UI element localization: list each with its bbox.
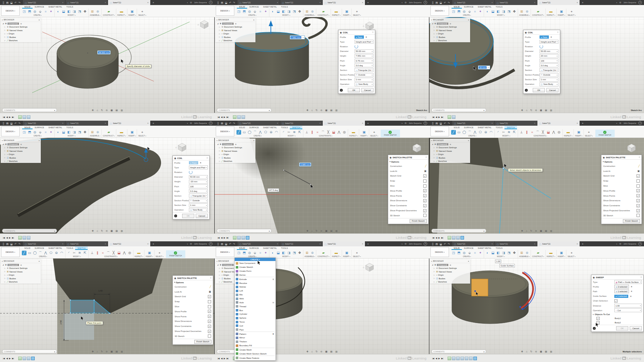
document-tab[interactable]: ▢ base*(1) × — [495, 121, 537, 126]
expand-arrow-icon[interactable]: ▷ — [219, 150, 221, 152]
document-tab[interactable]: ▢ base*(1) × — [323, 121, 365, 126]
toolbar-group-label[interactable]: INSPECT ▾ — [547, 14, 555, 17]
grid_display-icon[interactable]: ▤ — [116, 230, 118, 232]
look-at-icon[interactable]: ▣ — [637, 170, 640, 173]
tool-icon[interactable]: ◯ — [33, 251, 37, 255]
file-menu-icon[interactable]: ▤ — [435, 122, 438, 125]
coil-section-position-select[interactable]: ⊓ Outside▾ — [540, 73, 558, 77]
timeline-first-button[interactable]: |◀ — [432, 236, 434, 239]
tool-icon[interactable]: ⬙ — [38, 130, 43, 135]
browser-item[interactable]: ▷ ◳ Bodies — [430, 156, 470, 160]
home-view-icon[interactable]: ⌂ — [197, 23, 199, 26]
expand-arrow-icon[interactable]: ▷ — [434, 150, 435, 152]
browser-item[interactable]: ▷ ╱ Sketches — [1, 39, 41, 43]
new-tab-button[interactable]: + — [151, 241, 156, 246]
tool-icon[interactable]: ◨ — [287, 9, 291, 14]
timeline-feature-icon[interactable] — [27, 236, 30, 240]
checkbox[interactable]: ✓ — [636, 204, 640, 207]
undo-icon[interactable]: ↶ — [444, 243, 446, 245]
dialog-titlebar[interactable]: ◉ SKETCH PALETTE ≡ — [601, 155, 641, 160]
checkbox[interactable]: ✓ — [423, 194, 426, 197]
browser-item[interactable]: ▷ ⌖ Origin — [215, 153, 255, 156]
browser-item[interactable]: ▷ ▦ Named Views — [1, 29, 41, 32]
toolbar-tab-sheet-metal[interactable]: SHEET METAL — [475, 126, 493, 129]
collapse-icon[interactable]: « — [431, 260, 432, 262]
checkbox[interactable] — [208, 305, 211, 308]
document-tab[interactable]: ▢ base*(1) × — [323, 0, 365, 5]
comments-input[interactable]: COMMENTS● — [217, 229, 272, 233]
close-tab-icon[interactable]: × — [105, 1, 106, 4]
document-tab[interactable]: ▢ base*(2) × — [23, 0, 65, 5]
dialog-grip-icon[interactable]: ≡ — [639, 156, 640, 158]
app-grid-icon[interactable]: ⣿ — [217, 1, 219, 4]
expand-arrow-icon[interactable]: ▷ — [4, 26, 6, 28]
tool-icon[interactable]: ◐ — [56, 9, 60, 14]
tool-icon[interactable]: ⬔ — [292, 251, 297, 255]
collapse-icon[interactable]: « — [216, 19, 218, 21]
design-workspace-dropdown[interactable]: DESIGN▾ — [216, 6, 234, 16]
document-tab[interactable]: ▢ base*(1) × — [495, 241, 537, 246]
lookat-icon[interactable]: ⊙ — [106, 350, 107, 353]
toolbar-tab-surface[interactable]: SURFACE — [33, 126, 46, 129]
search-dot-icon[interactable]: ● — [39, 260, 40, 262]
timeline-feature-icon[interactable] — [456, 236, 460, 240]
browser-item[interactable]: ▷ ╱ Sketches — [430, 39, 470, 43]
tool-icon[interactable]: ⋀ — [551, 130, 556, 135]
toolbar-tab-tools[interactable]: TOOLS — [494, 126, 505, 129]
display-icon[interactable]: ▦ — [540, 230, 542, 232]
clear-selection-icon[interactable]: × — [631, 290, 632, 293]
design-workspace-dropdown[interactable]: DESIGN▾ — [430, 126, 449, 136]
tool-icon[interactable]: ✥ — [83, 9, 87, 14]
tool-icon[interactable]: ▬ — [334, 9, 338, 14]
timeline-first-button[interactable]: |◀ — [3, 357, 5, 359]
expand-arrow-icon[interactable]: ▷ — [434, 147, 435, 149]
tool-icon[interactable]: ⌒ — [535, 130, 540, 135]
tool-icon[interactable]: ⊞ — [519, 251, 524, 255]
dialog-grip-icon[interactable]: ≡ — [425, 156, 427, 158]
toolbar-group-label[interactable]: MODIFY ▾ — [281, 135, 302, 137]
comments-input[interactable]: COMMENTS● — [431, 229, 486, 233]
checkbox[interactable]: ✓ — [636, 209, 640, 212]
tool-icon[interactable]: ✦ — [49, 130, 53, 135]
browser-item[interactable]: ▷ ⌖ Origin — [430, 32, 470, 36]
tool-icon[interactable]: ◳ — [22, 130, 26, 135]
comments-input[interactable]: COMMENTS● — [2, 108, 57, 112]
toolbar-group-label[interactable]: ASSEMBLE ▾ — [304, 14, 315, 17]
expand-arrow-icon[interactable]: ▷ — [219, 274, 221, 276]
timeline-feature-icon[interactable] — [448, 115, 451, 119]
tool-icon[interactable]: ⌖ — [372, 130, 376, 135]
timeline-feature-icon[interactable] — [31, 357, 35, 360]
browser-item[interactable]: ▷ ◳ Bodies — [430, 35, 470, 39]
new-tab-button[interactable]: + — [580, 241, 585, 246]
info-icon[interactable]: i — [174, 214, 177, 217]
tool-icon[interactable]: ⇱ — [512, 130, 517, 135]
account-name[interactable]: John Sequeira — [624, 1, 636, 4]
collapse-icon[interactable]: « — [2, 260, 3, 262]
toolbar-group-label[interactable]: CREATE ▾ — [236, 14, 268, 17]
expand-arrow-icon[interactable]: ◢ — [217, 264, 219, 266]
tool-icon[interactable]: ◧ — [67, 9, 71, 14]
menu-item-sphere[interactable]: Sphere — [235, 316, 275, 320]
ok-button[interactable]: OK — [182, 214, 194, 218]
grid_display-icon[interactable]: ▤ — [330, 350, 332, 353]
document-tab[interactable]: ▢ base*(2) × — [452, 121, 495, 126]
toolbar-tab-sheet-metal[interactable]: SHEET METAL — [261, 246, 279, 250]
fit-icon[interactable]: ⌂ — [526, 109, 527, 112]
orbit-icon[interactable]: ↻ — [316, 350, 317, 353]
home-view-icon[interactable]: ⌂ — [363, 266, 364, 269]
tool-icon[interactable]: ⌗ — [43, 130, 48, 135]
fit-icon[interactable]: ⌂ — [97, 350, 98, 353]
toolbar-group-label[interactable]: CREATE ▾ — [451, 256, 483, 258]
tool-icon[interactable]: ◐ — [56, 130, 60, 135]
browser-item[interactable]: ▷ ⚙ Document Settings — [430, 25, 470, 29]
timeline-feature-icon[interactable] — [460, 357, 464, 360]
browser-item[interactable]: ▷ ▦ Named Views — [430, 149, 470, 153]
job-status-icon[interactable]: ◔ — [186, 1, 188, 4]
collapse-icon[interactable]: « — [431, 19, 432, 21]
close-tab-icon[interactable]: × — [577, 1, 578, 4]
toolbar-group-label[interactable]: INSPECT ▾ — [332, 14, 341, 17]
undo-icon[interactable]: ↶ — [444, 122, 446, 125]
coil-diameter-input[interactable]: 50.00 mm▾ — [540, 49, 558, 53]
timeline-feature-icon[interactable] — [18, 115, 22, 119]
construction-icon[interactable]: ╱ — [210, 285, 211, 288]
